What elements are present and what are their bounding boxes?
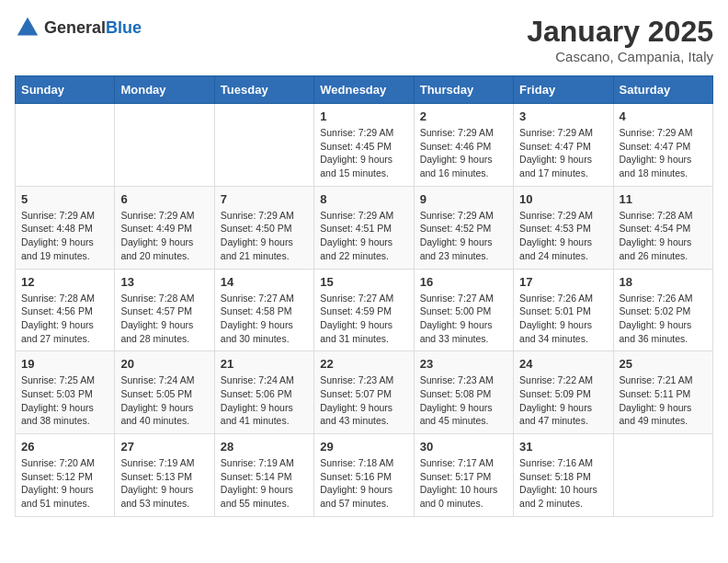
day-number: 30 [420,440,507,454]
day-number: 22 [320,357,407,371]
day-info: Sunrise: 7:29 AM Sunset: 4:53 PM Dayligh… [519,209,607,263]
day-info: Sunrise: 7:29 AM Sunset: 4:48 PM Dayligh… [21,209,108,263]
calendar-cell: 14Sunrise: 7:27 AM Sunset: 4:58 PM Dayli… [214,269,313,351]
calendar-cell: 26Sunrise: 7:20 AM Sunset: 5:12 PM Dayli… [16,434,115,517]
calendar-cell: 29Sunrise: 7:18 AM Sunset: 5:16 PM Dayli… [314,434,414,517]
calendar-cell: 3Sunrise: 7:29 AM Sunset: 4:47 PM Daylig… [514,104,613,187]
day-info: Sunrise: 7:16 AM Sunset: 5:18 PM Dayligh… [519,456,607,511]
day-number: 12 [21,275,108,289]
calendar-cell: 7Sunrise: 7:29 AM Sunset: 4:50 PM Daylig… [214,186,313,269]
day-number: 25 [620,357,707,371]
day-info: Sunrise: 7:24 AM Sunset: 5:05 PM Dayligh… [120,373,208,428]
day-number: 24 [519,357,607,371]
day-info: Sunrise: 7:19 AM Sunset: 5:13 PM Dayligh… [120,456,208,511]
day-number: 8 [320,192,407,206]
header-day-monday: Monday [115,76,214,104]
day-info: Sunrise: 7:29 AM Sunset: 4:52 PM Dayligh… [420,209,507,263]
calendar-cell [613,434,712,517]
calendar-cell: 6Sunrise: 7:29 AM Sunset: 4:49 PM Daylig… [115,186,214,269]
day-number: 13 [120,275,208,289]
day-info: Sunrise: 7:27 AM Sunset: 5:00 PM Dayligh… [420,292,507,346]
calendar-cell: 10Sunrise: 7:29 AM Sunset: 4:53 PM Dayli… [514,186,613,269]
day-number: 5 [21,192,108,206]
calendar-cell: 15Sunrise: 7:27 AM Sunset: 4:59 PM Dayli… [314,269,414,351]
day-number: 7 [221,192,308,206]
day-number: 16 [420,275,507,289]
day-number: 9 [420,192,507,206]
calendar-week-2: 5Sunrise: 7:29 AM Sunset: 4:48 PM Daylig… [16,186,713,269]
day-number: 6 [120,192,208,206]
calendar-cell: 21Sunrise: 7:24 AM Sunset: 5:06 PM Dayli… [214,351,313,434]
calendar-table: SundayMondayTuesdayWednesdayThursdayFrid… [15,75,713,517]
day-info: Sunrise: 7:17 AM Sunset: 5:17 PM Dayligh… [420,456,507,511]
day-info: Sunrise: 7:23 AM Sunset: 5:07 PM Dayligh… [320,373,407,428]
logo-general: General [44,18,106,37]
header-day-saturday: Saturday [613,76,712,104]
calendar-cell: 20Sunrise: 7:24 AM Sunset: 5:05 PM Dayli… [115,351,214,434]
logo-blue: Blue [106,18,142,37]
calendar-cell: 31Sunrise: 7:16 AM Sunset: 5:18 PM Dayli… [514,434,613,517]
calendar-cell: 11Sunrise: 7:28 AM Sunset: 4:54 PM Dayli… [613,186,712,269]
day-number: 26 [21,440,108,454]
day-info: Sunrise: 7:28 AM Sunset: 4:57 PM Dayligh… [120,292,208,346]
day-info: Sunrise: 7:18 AM Sunset: 5:16 PM Dayligh… [320,456,407,511]
logo-icon [15,15,40,40]
day-info: Sunrise: 7:28 AM Sunset: 4:54 PM Dayligh… [620,209,707,263]
day-number: 15 [320,275,407,289]
day-info: Sunrise: 7:22 AM Sunset: 5:09 PM Dayligh… [519,373,607,428]
calendar-cell: 1Sunrise: 7:29 AM Sunset: 4:45 PM Daylig… [314,104,414,187]
calendar-cell: 19Sunrise: 7:25 AM Sunset: 5:03 PM Dayli… [16,351,115,434]
day-info: Sunrise: 7:26 AM Sunset: 5:01 PM Dayligh… [519,292,607,346]
day-number: 4 [620,109,707,123]
day-number: 2 [420,109,507,123]
calendar-cell: 24Sunrise: 7:22 AM Sunset: 5:09 PM Dayli… [514,351,613,434]
day-info: Sunrise: 7:29 AM Sunset: 4:51 PM Dayligh… [320,209,407,263]
month-title: January 2025 [527,15,713,49]
day-number: 17 [519,275,607,289]
day-number: 3 [519,109,607,123]
calendar-cell [115,104,214,187]
day-number: 18 [620,275,707,289]
day-info: Sunrise: 7:21 AM Sunset: 5:11 PM Dayligh… [620,373,707,428]
calendar-cell: 18Sunrise: 7:26 AM Sunset: 5:02 PM Dayli… [613,269,712,351]
calendar-cell: 17Sunrise: 7:26 AM Sunset: 5:01 PM Dayli… [514,269,613,351]
location-title: Cascano, Campania, Italy [527,49,713,64]
day-info: Sunrise: 7:29 AM Sunset: 4:46 PM Dayligh… [420,126,507,180]
header-day-friday: Friday [514,76,613,104]
day-number: 23 [420,357,507,371]
calendar-cell: 2Sunrise: 7:29 AM Sunset: 4:46 PM Daylig… [414,104,513,187]
calendar-cell: 5Sunrise: 7:29 AM Sunset: 4:48 PM Daylig… [16,186,115,269]
day-info: Sunrise: 7:19 AM Sunset: 5:14 PM Dayligh… [221,456,308,511]
day-info: Sunrise: 7:20 AM Sunset: 5:12 PM Dayligh… [21,456,108,511]
calendar-cell: 25Sunrise: 7:21 AM Sunset: 5:11 PM Dayli… [613,351,712,434]
calendar-cell: 22Sunrise: 7:23 AM Sunset: 5:07 PM Dayli… [314,351,414,434]
header-day-sunday: Sunday [16,76,115,104]
calendar-cell: 23Sunrise: 7:23 AM Sunset: 5:08 PM Dayli… [414,351,513,434]
calendar-body: 1Sunrise: 7:29 AM Sunset: 4:45 PM Daylig… [16,104,713,517]
day-info: Sunrise: 7:26 AM Sunset: 5:02 PM Dayligh… [620,292,707,346]
calendar-week-5: 26Sunrise: 7:20 AM Sunset: 5:12 PM Dayli… [16,434,713,517]
calendar-week-1: 1Sunrise: 7:29 AM Sunset: 4:45 PM Daylig… [16,104,713,187]
day-number: 20 [120,357,208,371]
calendar-cell: 13Sunrise: 7:28 AM Sunset: 4:57 PM Dayli… [115,269,214,351]
day-number: 28 [221,440,308,454]
day-info: Sunrise: 7:27 AM Sunset: 4:58 PM Dayligh… [221,292,308,346]
day-number: 29 [320,440,407,454]
day-number: 14 [221,275,308,289]
day-info: Sunrise: 7:29 AM Sunset: 4:50 PM Dayligh… [221,209,308,263]
header-day-wednesday: Wednesday [314,76,414,104]
calendar-cell: 30Sunrise: 7:17 AM Sunset: 5:17 PM Dayli… [414,434,513,517]
day-info: Sunrise: 7:25 AM Sunset: 5:03 PM Dayligh… [21,373,108,428]
calendar-cell: 8Sunrise: 7:29 AM Sunset: 4:51 PM Daylig… [314,186,414,269]
calendar-cell: 12Sunrise: 7:28 AM Sunset: 4:56 PM Dayli… [16,269,115,351]
day-number: 21 [221,357,308,371]
calendar-cell: 4Sunrise: 7:29 AM Sunset: 4:47 PM Daylig… [613,104,712,187]
logo: GeneralBlue [15,15,142,40]
calendar-cell: 16Sunrise: 7:27 AM Sunset: 5:00 PM Dayli… [414,269,513,351]
calendar-cell [16,104,115,187]
calendar-cell: 27Sunrise: 7:19 AM Sunset: 5:13 PM Dayli… [115,434,214,517]
day-number: 1 [320,109,407,123]
calendar-week-4: 19Sunrise: 7:25 AM Sunset: 5:03 PM Dayli… [16,351,713,434]
header-day-tuesday: Tuesday [214,76,313,104]
day-info: Sunrise: 7:29 AM Sunset: 4:49 PM Dayligh… [120,209,208,263]
